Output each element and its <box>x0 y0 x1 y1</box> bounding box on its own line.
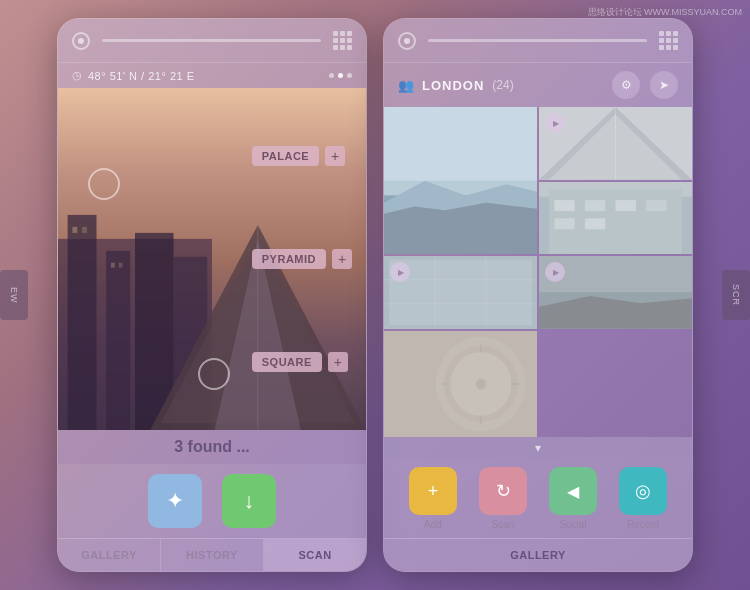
play-icon-4: ▶ <box>398 268 404 277</box>
topbar-grid-left <box>333 31 352 50</box>
svg-rect-28 <box>616 200 636 211</box>
download-icon: ↓ <box>244 488 255 514</box>
grid-cell <box>340 45 345 50</box>
topbar-circle-right <box>398 32 416 50</box>
record-button[interactable]: ◎ <box>619 467 667 515</box>
spinner-button[interactable]: ✦ <box>148 474 202 528</box>
settings-button[interactable]: ⚙ <box>612 71 640 99</box>
play-icon-5: ▶ <box>553 268 559 277</box>
right-action-buttons: + Add ↻ Scan ◀ Social <box>384 459 692 538</box>
gallery-item-4[interactable]: ▶ <box>384 256 537 329</box>
dot <box>347 73 352 78</box>
grid-cell-r <box>673 31 678 36</box>
record-btn-wrap: ◎ Record <box>619 467 667 530</box>
svg-rect-1 <box>68 215 97 430</box>
right-nav-gallery[interactable]: GALLERY <box>384 539 692 571</box>
grid-cell <box>340 38 345 43</box>
gallery-item-2[interactable]: ▶ <box>539 107 692 180</box>
right-nav-arrow[interactable]: SCR <box>722 270 750 320</box>
gallery-item-5[interactable]: ▶ <box>539 256 692 329</box>
social-button[interactable]: ◀ <box>549 467 597 515</box>
grid-cell <box>347 31 352 36</box>
topbar-line-left <box>102 39 321 42</box>
social-label: Social <box>559 519 586 530</box>
nav-gallery[interactable]: GALLERY <box>58 539 161 571</box>
grid-cell-r <box>659 45 664 50</box>
people-icon: 👥 <box>398 78 414 93</box>
spinner-icon: ✦ <box>166 488 184 514</box>
grid-cell-r <box>659 38 664 43</box>
topbar-inner-circle-r <box>404 38 410 44</box>
city-bar: 👥 LONDON (24) ⚙ ➤ <box>384 63 692 107</box>
location-card-pyramid: + PYRAMID <box>252 249 352 269</box>
palace-tag: PALACE <box>252 146 319 166</box>
record-label: Record <box>627 519 659 530</box>
svg-rect-5 <box>72 227 77 233</box>
svg-rect-7 <box>111 262 115 267</box>
info-dots <box>329 73 352 78</box>
scan-btn-wrap: ↻ Scan <box>479 467 527 530</box>
action-buttons-left: ✦ ↓ <box>58 464 366 538</box>
location-card-square: SQUARE + <box>252 352 352 372</box>
grid-cell <box>333 45 338 50</box>
left-phone: ◷ 48° 51' N / 21° 21 E <box>57 18 367 572</box>
photo-1-svg <box>384 107 537 254</box>
left-phone-content: ◷ 48° 51' N / 21° 21 E <box>58 63 366 571</box>
pyramid-plus-btn[interactable]: + <box>332 249 352 269</box>
city-count: (24) <box>492 78 513 92</box>
pyramid-tag: PYRAMID <box>252 249 326 269</box>
svg-rect-31 <box>585 218 605 229</box>
add-button[interactable]: + <box>409 467 457 515</box>
found-text: 3 found ... <box>174 438 250 455</box>
topbar-inner-circle <box>78 38 84 44</box>
scan-label: Scan <box>492 519 515 530</box>
nav-history[interactable]: HISTORY <box>161 539 264 571</box>
svg-rect-27 <box>585 200 605 211</box>
svg-rect-34 <box>389 260 532 325</box>
gear-icon: ⚙ <box>621 78 632 92</box>
right-topbar <box>384 19 692 63</box>
svg-rect-30 <box>554 218 574 229</box>
grid-cell <box>340 31 345 36</box>
location-cards: PALACE + + PYRAMID SQUARE + <box>252 88 352 430</box>
right-phone: 👥 LONDON (24) ⚙ ➤ <box>383 18 693 572</box>
left-nav-label: EW <box>9 287 19 304</box>
square-plus-btn[interactable]: + <box>328 352 348 372</box>
grid-cell-r <box>673 38 678 43</box>
svg-rect-29 <box>646 200 666 211</box>
grid-cell-r <box>666 45 671 50</box>
left-topbar <box>58 19 366 63</box>
palace-plus-btn[interactable]: + <box>325 146 345 166</box>
gallery-item-6[interactable] <box>384 331 537 437</box>
gallery-item-1[interactable] <box>384 107 537 254</box>
svg-marker-18 <box>384 203 537 255</box>
add-label: Add <box>424 519 442 530</box>
grid-cell <box>333 38 338 43</box>
dot-active <box>338 73 343 78</box>
dot <box>329 73 334 78</box>
topbar-circle-left <box>72 32 90 50</box>
share-icon: ➤ <box>659 78 669 92</box>
nav-scan[interactable]: SCAN <box>264 539 366 571</box>
grid-cell <box>347 45 352 50</box>
topbar-grid-right <box>659 31 678 50</box>
grid-cell-r <box>666 38 671 43</box>
left-nav-arrow[interactable]: EW <box>0 270 28 320</box>
svg-rect-6 <box>82 227 87 233</box>
svg-rect-8 <box>119 262 123 267</box>
grid-cell <box>333 31 338 36</box>
download-button[interactable]: ↓ <box>222 474 276 528</box>
gallery-item-3[interactable] <box>539 182 692 255</box>
play-overlay-2: ▶ <box>545 113 565 133</box>
scan-button[interactable]: ↻ <box>479 467 527 515</box>
phones-container: ◷ 48° 51' N / 21° 21 E <box>0 0 750 590</box>
city-actions: ⚙ ➤ <box>612 71 678 99</box>
map-image-area: PALACE + + PYRAMID SQUARE + <box>58 88 366 430</box>
bottom-nav-left: GALLERY HISTORY SCAN <box>58 538 366 571</box>
grid-cell <box>347 38 352 43</box>
share-button[interactable]: ➤ <box>650 71 678 99</box>
svg-rect-2 <box>106 250 130 430</box>
circle-overlay-left <box>88 168 120 200</box>
grid-cell-r <box>673 45 678 50</box>
gallery-expand-btn[interactable]: ▾ <box>384 437 692 459</box>
